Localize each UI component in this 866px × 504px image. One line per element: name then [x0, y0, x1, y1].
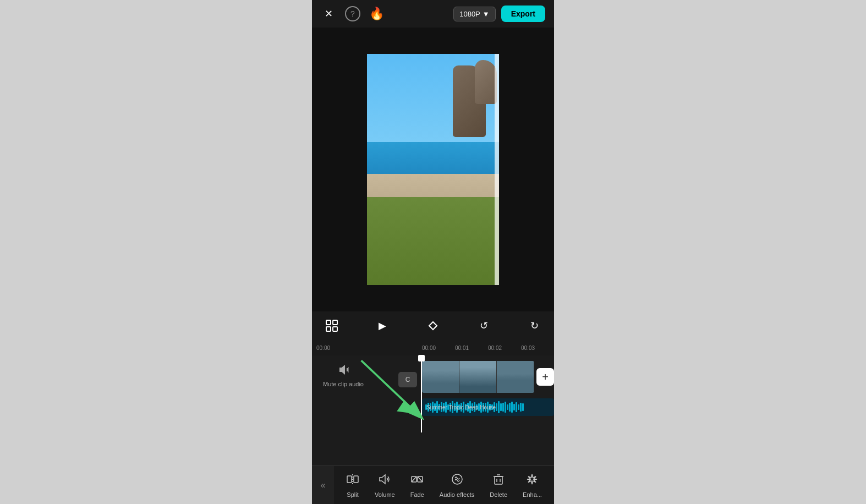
thumb-2: [459, 361, 497, 393]
export-button[interactable]: Export: [501, 6, 545, 22]
collapse-button[interactable]: «: [312, 466, 334, 505]
wave-bar: [507, 404, 508, 410]
volume-icon: [378, 473, 391, 489]
svg-rect-22: [495, 476, 502, 484]
timeline-tracks: Mute clip audio C: [312, 355, 554, 432]
toolbar-item-volume[interactable]: Volume: [375, 473, 395, 498]
chevron-left-icon: «: [321, 480, 326, 490]
keyframe-button[interactable]: [424, 317, 442, 335]
thumb-3: [497, 361, 534, 393]
video-thumbnails: [422, 361, 534, 393]
mute-area[interactable]: Mute clip audio: [323, 364, 364, 387]
video-track: +: [422, 361, 554, 393]
enhance-icon: [525, 473, 539, 489]
wave-bar: [509, 403, 511, 412]
wave-bar: [500, 403, 502, 410]
svg-rect-0: [326, 320, 331, 325]
toolbar-item-fade[interactable]: Fade: [410, 473, 424, 498]
help-button[interactable]: ?: [345, 6, 360, 21]
add-clip-button[interactable]: +: [536, 368, 554, 386]
ruler-time-4: 00:03: [521, 345, 535, 351]
chevron-down-icon: ▼: [483, 10, 490, 18]
top-bar-right: 1080P ▼ Export: [453, 6, 545, 22]
video-preview: [367, 54, 499, 285]
timeline-ruler: 00:00 00:00 00:01 00:02 00:03: [312, 340, 554, 355]
resolution-button[interactable]: 1080P ▼: [453, 7, 495, 21]
toolbar-item-delete[interactable]: Delete: [490, 473, 507, 498]
play-button[interactable]: ▶: [374, 317, 391, 335]
c-button[interactable]: C: [398, 372, 417, 387]
svg-rect-1: [333, 320, 337, 325]
preview-area: [312, 28, 554, 311]
delete-label: Delete: [490, 491, 507, 498]
mute-label: Mute clip audio: [323, 381, 364, 387]
enhance-label: Enha...: [523, 491, 542, 498]
wave-bar: [522, 403, 524, 410]
audio-track-label: Summer Tropic Deep House: [426, 404, 496, 410]
audio-track[interactable]: Summer Tropic Deep House: [422, 398, 554, 416]
toolbar-item-audio-effects[interactable]: Audio effects: [440, 473, 474, 498]
delete-icon: [492, 473, 505, 489]
audio-effects-label: Audio effects: [440, 491, 474, 498]
volume-label: Volume: [375, 491, 395, 498]
fullscreen-button[interactable]: [323, 317, 341, 335]
svg-point-21: [452, 474, 462, 484]
svg-rect-3: [333, 327, 337, 331]
split-icon: [346, 473, 359, 489]
audio-effects-icon: [451, 473, 464, 489]
wave-bar: [498, 401, 500, 413]
wave-bar: [520, 403, 522, 412]
split-label: Split: [347, 491, 358, 498]
fade-label: Fade: [410, 491, 424, 498]
top-bar: ✕ ? 🔥 1080P ▼ Export: [312, 0, 554, 28]
wave-bar: [502, 403, 504, 412]
undo-button[interactable]: ↺: [475, 317, 492, 335]
ruler-time-3: 00:02: [488, 345, 502, 351]
wave-bar: [496, 403, 497, 411]
wave-bar: [505, 402, 506, 412]
ruler-time-1: 00:00: [422, 345, 436, 351]
close-button[interactable]: ✕: [321, 6, 336, 21]
toolbar-items: Split Volume: [334, 473, 554, 498]
flame-icon: 🔥: [369, 7, 384, 21]
svg-rect-11: [354, 476, 358, 483]
white-bar: [495, 54, 499, 285]
timeline-section: 00:00 00:00 00:01 00:02 00:03 Mute clip …: [312, 340, 554, 465]
ruler-time-2: 00:01: [455, 345, 469, 351]
beach-scene: [367, 54, 499, 285]
toolbar-item-enhance[interactable]: Enha...: [523, 473, 542, 498]
video-clip[interactable]: [422, 361, 534, 393]
wave-bar: [516, 402, 517, 412]
svg-rect-2: [326, 327, 331, 331]
mute-icon: [337, 364, 349, 379]
wave-bar: [511, 402, 513, 413]
thumb-1: [422, 361, 459, 393]
wave-bar: [513, 404, 515, 410]
bottom-toolbar: « Split: [312, 465, 554, 504]
resolution-label: 1080P: [459, 10, 480, 18]
playhead[interactable]: [421, 355, 422, 432]
cliff-layer: [453, 65, 486, 137]
svg-line-19: [412, 476, 416, 482]
redo-button[interactable]: ↻: [525, 317, 543, 335]
grass-layer: [367, 197, 499, 285]
svg-line-20: [418, 476, 423, 482]
toolbar-item-split[interactable]: Split: [346, 473, 359, 498]
timeline-empty: [312, 432, 554, 465]
top-bar-left: ✕ ? 🔥: [321, 6, 384, 21]
app-container: ✕ ? 🔥 1080P ▼ Export: [312, 0, 554, 504]
svg-marker-4: [339, 365, 345, 375]
ruler-time-0: 00:00: [316, 345, 330, 351]
svg-marker-16: [380, 475, 385, 484]
wave-bar: [518, 404, 519, 410]
fade-icon: [410, 473, 424, 489]
playback-controls: ▶ ↺ ↻: [312, 311, 554, 340]
svg-rect-10: [347, 476, 352, 483]
